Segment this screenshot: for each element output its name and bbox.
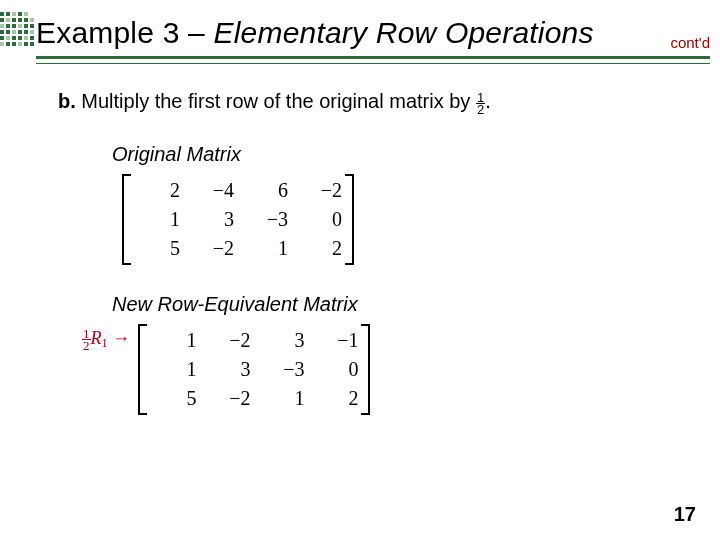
op-sub: 1 xyxy=(102,336,108,350)
cell: −4 xyxy=(184,176,238,205)
table-row: 13−30 xyxy=(146,355,362,384)
title-plain: Example 3 – xyxy=(36,16,214,49)
bracket-left-icon xyxy=(122,174,131,265)
cell: 1 xyxy=(146,355,200,384)
table-row: 5−212 xyxy=(146,384,362,413)
instruction-text: b. Multiply the first row of the origina… xyxy=(58,90,680,115)
instruction-before: Multiply the first row of the original m… xyxy=(76,90,476,112)
cell: 1 xyxy=(254,384,308,413)
frac-denominator: 2 xyxy=(82,340,91,351)
fraction-one-half: 12 xyxy=(476,92,485,115)
table-row: 13−30 xyxy=(130,205,346,234)
cell: −1 xyxy=(308,326,362,355)
cell: 1 xyxy=(146,326,200,355)
cell: −2 xyxy=(200,384,254,413)
slide-title: Example 3 – Elementary Row Operations xyxy=(36,16,594,49)
table-row: 5−212 xyxy=(130,234,346,263)
cell: 3 xyxy=(184,205,238,234)
cell: 2 xyxy=(130,176,184,205)
cell: 5 xyxy=(130,234,184,263)
table-row: 2−46−2 xyxy=(130,176,346,205)
contd-label: cont'd xyxy=(670,34,710,51)
original-matrix-heading: Original Matrix xyxy=(112,143,680,166)
cell: 6 xyxy=(238,176,292,205)
page-number: 17 xyxy=(674,503,696,526)
new-matrix-heading: New Row-Equivalent Matrix xyxy=(112,293,680,316)
title-italic: Elementary Row Operations xyxy=(214,16,594,49)
cell: −3 xyxy=(254,355,308,384)
new-matrix: 1−23−1 13−30 5−212 xyxy=(138,324,370,415)
bracket-right-icon xyxy=(345,174,354,265)
original-matrix: 2−46−2 13−30 5−212 xyxy=(122,174,354,265)
bracket-right-icon xyxy=(361,324,370,415)
cell: 2 xyxy=(308,384,362,413)
cell: −3 xyxy=(238,205,292,234)
op-var: R xyxy=(91,328,102,348)
item-label: b. xyxy=(58,90,76,112)
corner-logo xyxy=(0,12,34,46)
cell: 5 xyxy=(146,384,200,413)
cell: 3 xyxy=(200,355,254,384)
cell: 2 xyxy=(292,234,346,263)
bracket-left-icon xyxy=(138,324,147,415)
arrow-icon: → xyxy=(112,328,130,348)
row-operation-label: 12R1 → xyxy=(82,328,130,351)
cell: −2 xyxy=(200,326,254,355)
cell: 0 xyxy=(308,355,362,384)
instruction-after: . xyxy=(485,90,491,112)
cell: 0 xyxy=(292,205,346,234)
table-row: 1−23−1 xyxy=(146,326,362,355)
cell: 3 xyxy=(254,326,308,355)
cell: 1 xyxy=(238,234,292,263)
cell: 1 xyxy=(130,205,184,234)
cell: −2 xyxy=(292,176,346,205)
cell: −2 xyxy=(184,234,238,263)
frac-denominator: 2 xyxy=(476,104,485,115)
title-underline xyxy=(36,56,710,64)
